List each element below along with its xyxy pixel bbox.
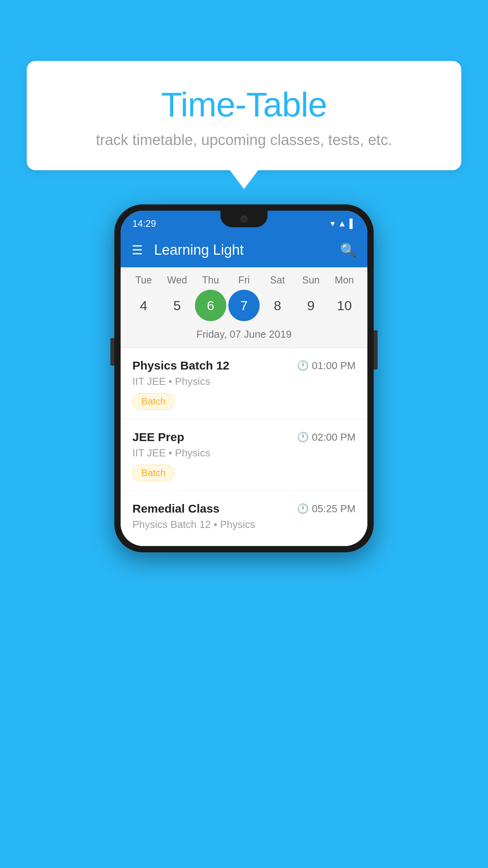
calendar-strip: Tue Wed Thu Fri Sat Sun Mon 4 5 6 7 8 9 … bbox=[121, 267, 367, 348]
schedule-item-3-time-label: 05:25 PM bbox=[312, 503, 356, 515]
day-4[interactable]: 4 bbox=[128, 290, 160, 321]
status-icons: ▾ ▲ ▌ bbox=[330, 219, 356, 229]
clock-icon-3: 🕛 bbox=[297, 503, 309, 514]
schedule-item-1-time: 🕛 01:00 PM bbox=[297, 360, 356, 372]
day-10[interactable]: 10 bbox=[328, 290, 360, 321]
app-title: Learning Light bbox=[154, 242, 340, 258]
search-icon[interactable]: 🔍 bbox=[340, 242, 356, 258]
schedule-item-3-title: Remedial Class bbox=[132, 502, 220, 515]
day-7-selected[interactable]: 7 bbox=[228, 290, 260, 321]
app-bar: ☰ Learning Light 🔍 bbox=[121, 233, 367, 267]
schedule-item-2[interactable]: JEE Prep 🕛 02:00 PM IIT JEE • Physics Ba… bbox=[121, 419, 367, 491]
phone-mockup: 14:29 ▾ ▲ ▌ ☰ Learning Light 🔍 Tue Wed T… bbox=[114, 204, 374, 552]
day-header-mon: Mon bbox=[328, 274, 360, 286]
schedule-item-1-time-label: 01:00 PM bbox=[312, 360, 356, 372]
schedule-item-3-header: Remedial Class 🕛 05:25 PM bbox=[132, 502, 356, 515]
clock-icon-2: 🕛 bbox=[297, 432, 309, 443]
schedule-item-3-subtitle: Physics Batch 12 • Physics bbox=[132, 519, 356, 531]
schedule-item-2-badge: Batch bbox=[132, 465, 174, 481]
day-headers: Tue Wed Thu Fri Sat Sun Mon bbox=[121, 274, 367, 286]
schedule-item-2-subtitle: IIT JEE • Physics bbox=[132, 447, 356, 459]
phone-screen: 14:29 ▾ ▲ ▌ ☰ Learning Light 🔍 Tue Wed T… bbox=[121, 211, 367, 546]
schedule-item-3[interactable]: Remedial Class 🕛 05:25 PM Physics Batch … bbox=[121, 491, 367, 546]
bubble-tail bbox=[230, 170, 258, 189]
bubble-subtitle: track timetable, upcoming classes, tests… bbox=[58, 132, 430, 149]
status-time: 14:29 bbox=[132, 218, 156, 229]
schedule-item-1-header: Physics Batch 12 🕛 01:00 PM bbox=[132, 359, 356, 372]
day-header-thu: Thu bbox=[195, 274, 226, 286]
schedule-item-3-time: 🕛 05:25 PM bbox=[297, 503, 356, 515]
schedule-item-2-time-label: 02:00 PM bbox=[312, 431, 356, 443]
speech-bubble-card: Time-Table track timetable, upcoming cla… bbox=[27, 61, 461, 170]
schedule-item-1-badge: Batch bbox=[132, 393, 174, 410]
phone-notch bbox=[220, 211, 268, 227]
selected-date-label: Friday, 07 June 2019 bbox=[121, 328, 367, 348]
day-header-wed: Wed bbox=[161, 274, 193, 286]
schedule-item-2-title: JEE Prep bbox=[132, 430, 184, 444]
schedule-item-2-time: 🕛 02:00 PM bbox=[297, 431, 356, 443]
speech-bubble-section: Time-Table track timetable, upcoming cla… bbox=[27, 61, 461, 189]
day-5[interactable]: 5 bbox=[161, 290, 193, 321]
day-header-sat: Sat bbox=[262, 274, 293, 286]
schedule-list: Physics Batch 12 🕛 01:00 PM IIT JEE • Ph… bbox=[121, 348, 367, 546]
bubble-title: Time-Table bbox=[58, 85, 430, 125]
signal-icon: ▲ bbox=[338, 219, 347, 229]
clock-icon-1: 🕛 bbox=[297, 360, 309, 371]
battery-icon: ▌ bbox=[349, 219, 356, 229]
schedule-item-1-subtitle: IIT JEE • Physics bbox=[132, 375, 356, 388]
day-8[interactable]: 8 bbox=[262, 290, 293, 321]
day-numbers: 4 5 6 7 8 9 10 bbox=[121, 290, 367, 321]
schedule-item-1[interactable]: Physics Batch 12 🕛 01:00 PM IIT JEE • Ph… bbox=[121, 348, 367, 419]
day-6-today[interactable]: 6 bbox=[195, 290, 226, 321]
front-camera bbox=[240, 215, 248, 223]
day-header-tue: Tue bbox=[128, 274, 160, 286]
schedule-item-2-header: JEE Prep 🕛 02:00 PM bbox=[132, 430, 356, 444]
day-header-sun: Sun bbox=[295, 274, 327, 286]
wifi-icon: ▾ bbox=[330, 219, 335, 229]
phone-body: 14:29 ▾ ▲ ▌ ☰ Learning Light 🔍 Tue Wed T… bbox=[114, 204, 374, 552]
schedule-item-1-title: Physics Batch 12 bbox=[132, 359, 229, 372]
hamburger-menu-icon[interactable]: ☰ bbox=[132, 243, 143, 257]
day-9[interactable]: 9 bbox=[295, 290, 327, 321]
day-header-fri: Fri bbox=[228, 274, 260, 286]
